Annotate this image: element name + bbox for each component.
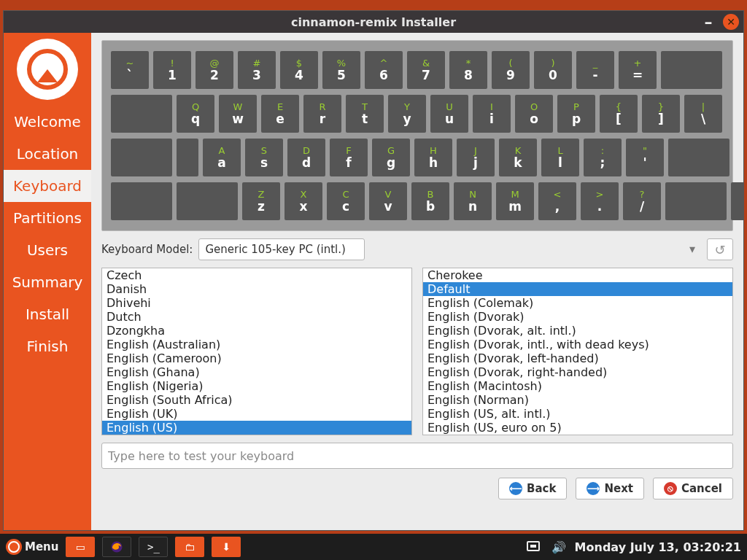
arrow-right-icon: ⟶ bbox=[587, 482, 600, 495]
key-shift-label: " bbox=[643, 146, 647, 156]
key-shift-label: Q bbox=[192, 102, 199, 112]
start-menu-button[interactable]: Menu bbox=[6, 539, 58, 555]
key-shift-label: < bbox=[554, 190, 562, 200]
taskbar-item-workspace[interactable]: ▭ bbox=[66, 537, 95, 557]
key-main-label: 9 bbox=[506, 69, 515, 82]
key-7: &7 bbox=[407, 51, 445, 89]
key-shift-label: B bbox=[427, 190, 434, 200]
distro-logo bbox=[17, 39, 78, 100]
variants-item[interactable]: English (Dvorak, intl., with dead keys) bbox=[423, 338, 732, 351]
nav-item-partitions[interactable]: Partitions bbox=[4, 202, 91, 234]
key-': "' bbox=[626, 139, 664, 176]
test-keyboard-input[interactable] bbox=[101, 443, 733, 469]
distro-logo-inner bbox=[27, 49, 68, 90]
nav-item-welcome[interactable]: Welcome bbox=[4, 106, 91, 138]
nav-item-keyboard[interactable]: Keyboard bbox=[4, 170, 91, 202]
variants-item[interactable]: English (Norman) bbox=[423, 393, 732, 407]
key-shift-label: % bbox=[337, 58, 346, 69]
variants-item[interactable]: English (US, alt. intl.) bbox=[423, 407, 732, 421]
key-shift-label: E bbox=[277, 102, 283, 112]
nav-item-summary[interactable]: Summary bbox=[4, 266, 91, 298]
nav-item-location[interactable]: Location bbox=[4, 138, 91, 170]
close-button[interactable]: ✕ bbox=[723, 14, 739, 30]
key-main-label: p bbox=[572, 112, 581, 126]
key-shift-label: Y bbox=[404, 102, 410, 112]
taskbar-item-firefox[interactable] bbox=[102, 537, 131, 557]
next-label: Next bbox=[604, 482, 633, 495]
layouts-item[interactable]: English (Ghana) bbox=[102, 365, 411, 379]
key-main-label: t bbox=[362, 112, 368, 126]
variants-item[interactable]: Default bbox=[423, 282, 732, 296]
key-main-label: ' bbox=[643, 156, 646, 170]
variants-item[interactable]: English (US, euro on 5) bbox=[423, 421, 732, 435]
variants-item[interactable]: English (Dvorak, left-handed) bbox=[423, 351, 732, 365]
taskbar-item-terminal[interactable]: >_ bbox=[139, 537, 168, 557]
key-main-label: 0 bbox=[549, 69, 557, 82]
variants-item[interactable]: English (Dvorak, alt. intl.) bbox=[423, 324, 732, 338]
desktop-top-strip bbox=[0, 0, 747, 10]
minimize-button[interactable]: – bbox=[701, 15, 716, 29]
layouts-item[interactable]: Dzongkha bbox=[102, 324, 411, 338]
key-shift-label: K bbox=[515, 146, 522, 156]
taskbar[interactable]: Menu ▭ >_ 🗀 ⬇ 🔊 Monday July 13, 03:20:21 bbox=[0, 534, 747, 560]
layouts-item[interactable]: Danish bbox=[102, 282, 411, 296]
key-\: |\ bbox=[684, 95, 722, 133]
nav-item-finish[interactable]: Finish bbox=[4, 330, 91, 362]
key-main-label: , bbox=[555, 200, 560, 214]
taskbar-item-files[interactable]: 🗀 bbox=[175, 537, 204, 557]
layouts-item[interactable]: Czech bbox=[102, 268, 411, 282]
key-shift-label: N bbox=[469, 190, 476, 200]
layouts-item[interactable]: English (Australian) bbox=[102, 338, 411, 351]
key-q: Qq bbox=[177, 95, 214, 133]
layouts-item[interactable]: Dhivehi bbox=[102, 296, 411, 310]
key-shift-label: _ bbox=[593, 58, 598, 69]
key-u: Uu bbox=[430, 95, 468, 133]
layouts-list[interactable]: CzechDanishDhivehiDutchDzongkhaEnglish (… bbox=[101, 268, 412, 435]
variants-item[interactable]: English (Dvorak, right-handed) bbox=[423, 365, 732, 379]
model-select[interactable] bbox=[198, 238, 365, 260]
variants-item[interactable]: Cherokee bbox=[423, 268, 732, 282]
nav-item-users[interactable]: Users bbox=[4, 234, 91, 266]
key-main-label: 3 bbox=[252, 69, 261, 82]
key-3: #3 bbox=[238, 51, 276, 89]
firefox-icon bbox=[110, 540, 123, 553]
terminal-icon: >_ bbox=[147, 541, 160, 553]
taskbar-clock[interactable]: Monday July 13, 03:20:21 bbox=[575, 540, 741, 554]
layouts-item[interactable]: English (US) bbox=[102, 421, 411, 435]
key-1: !1 bbox=[153, 51, 191, 89]
variants-item[interactable]: English (Dvorak) bbox=[423, 310, 732, 324]
key-main-label: r bbox=[320, 112, 325, 126]
titlebar[interactable]: cinnamon-remix Installer – ✕ bbox=[4, 11, 743, 33]
layouts-item[interactable]: Dutch bbox=[102, 310, 411, 324]
key-main-label: g bbox=[387, 156, 395, 170]
key-blank bbox=[661, 51, 722, 89]
key-main-label: f bbox=[346, 156, 351, 170]
window-body: WelcomeLocationKeyboardPartitionsUsersSu… bbox=[4, 33, 743, 530]
key-blank bbox=[111, 139, 172, 176]
start-menu-label: Menu bbox=[25, 540, 58, 553]
key-main-label: o bbox=[530, 112, 538, 126]
variants-item[interactable]: English (Macintosh) bbox=[423, 379, 732, 393]
key-i: Ii bbox=[473, 95, 511, 133]
nav-item-install[interactable]: Install bbox=[4, 298, 91, 330]
svg-rect-2 bbox=[530, 545, 536, 548]
layouts-item[interactable]: English (Nigeria) bbox=[102, 379, 411, 393]
layouts-item[interactable]: English (Cameroon) bbox=[102, 351, 411, 365]
key-blank bbox=[111, 182, 172, 220]
volume-icon[interactable]: 🔊 bbox=[550, 540, 568, 553]
start-menu-icon bbox=[6, 539, 22, 555]
model-reset-button[interactable]: ↺ bbox=[707, 238, 733, 260]
variants-item[interactable]: English (Colemak) bbox=[423, 296, 732, 310]
key-n: Nn bbox=[454, 182, 492, 220]
key-main-label: v bbox=[384, 200, 392, 214]
key-9: (9 bbox=[492, 51, 530, 89]
key-m: Mm bbox=[496, 182, 534, 220]
layouts-item[interactable]: English (UK) bbox=[102, 407, 411, 421]
layouts-item[interactable]: English (South Africa) bbox=[102, 393, 411, 407]
variants-list[interactable]: CherokeeDefaultEnglish (Colemak)English … bbox=[422, 268, 733, 435]
cancel-button[interactable]: ⦸ Cancel bbox=[653, 478, 733, 499]
next-button[interactable]: ⟶ Next bbox=[576, 478, 644, 499]
network-icon[interactable] bbox=[525, 540, 543, 553]
back-button[interactable]: ⟵ Back bbox=[498, 478, 567, 499]
taskbar-item-installer[interactable]: ⬇ bbox=[212, 537, 241, 557]
